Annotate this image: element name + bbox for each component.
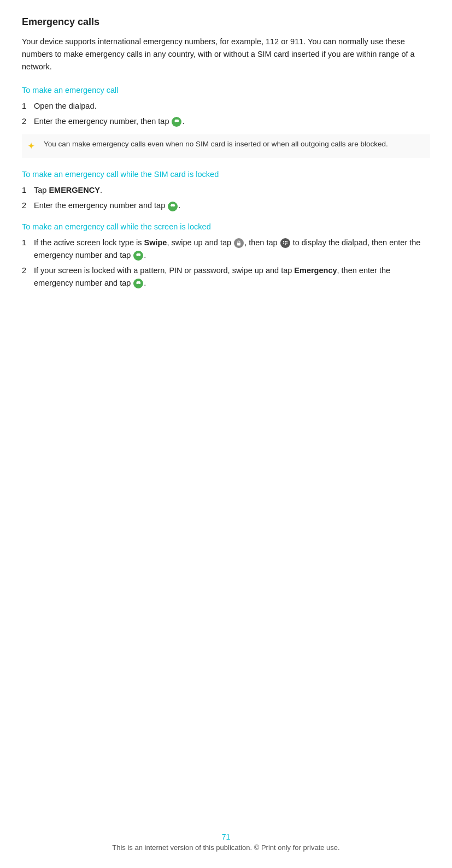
- list-item: 2 Enter the emergency number and tap .: [22, 199, 430, 212]
- footer-note: This is an internet version of this publ…: [112, 843, 339, 852]
- step-number: 1: [22, 237, 34, 249]
- step-number: 1: [22, 100, 34, 113]
- steps-list-1: 1 Open the dialpad. 2 Enter the emergenc…: [22, 100, 430, 128]
- step-text: If the active screen lock type is Swipe,…: [34, 237, 430, 262]
- page-number: 71: [0, 832, 452, 841]
- bold-word: EMERGENCY: [49, 186, 99, 194]
- svg-rect-6: [286, 243, 287, 244]
- swipe-label: Swipe: [144, 238, 167, 247]
- section-heading-3: To make an emergency call while the scre…: [22, 222, 430, 231]
- intro-text: Your device supports international emerg…: [22, 36, 430, 74]
- svg-rect-4: [283, 243, 284, 244]
- step-text: Open the dialpad.: [34, 100, 430, 113]
- page-content: Emergency calls Your device supports int…: [0, 0, 452, 339]
- list-item: 1 If the active screen lock type is Swip…: [22, 237, 430, 262]
- list-item: 2 Enter the emergency number, then tap .: [22, 115, 430, 128]
- section-sim-locked: To make an emergency call while the SIM …: [22, 170, 430, 212]
- step-number: 2: [22, 115, 34, 128]
- step-text: Tap EMERGENCY.: [34, 184, 430, 197]
- step-number: 2: [22, 199, 34, 212]
- section-heading-1: To make an emergency call: [22, 86, 430, 95]
- list-item: 1 Tap EMERGENCY.: [22, 184, 430, 197]
- call-icon: [133, 251, 143, 261]
- list-item: 2 If your screen is locked with a patter…: [22, 264, 430, 290]
- steps-list-2: 1 Tap EMERGENCY. 2 Enter the emergency n…: [22, 184, 430, 212]
- step-number: 1: [22, 184, 34, 197]
- step-text: If your screen is locked with a pattern,…: [34, 264, 430, 290]
- svg-rect-0: [237, 243, 240, 245]
- section-screen-locked: To make an emergency call while the scre…: [22, 222, 430, 290]
- svg-rect-5: [285, 243, 286, 244]
- svg-rect-1: [283, 241, 284, 242]
- section-heading-2: To make an emergency call while the SIM …: [22, 170, 430, 179]
- dialpad-icon: [280, 238, 290, 248]
- step-text: Enter the emergency number and tap .: [34, 199, 430, 212]
- svg-rect-2: [285, 241, 286, 242]
- svg-rect-3: [286, 241, 287, 242]
- section-emergency-call: To make an emergency call 1 Open the dia…: [22, 86, 430, 158]
- call-icon: [168, 202, 178, 211]
- tip-text: You can make emergency calls even when n…: [44, 139, 388, 150]
- steps-list-3: 1 If the active screen lock type is Swip…: [22, 237, 430, 290]
- tip-box: ✦ You can make emergency calls even when…: [22, 134, 430, 158]
- emergency-label: Emergency: [294, 266, 337, 275]
- tip-icon: ✦: [27, 139, 40, 153]
- lock-icon: [234, 238, 244, 248]
- call-icon: [172, 117, 181, 127]
- svg-rect-7: [285, 244, 286, 245]
- page-title: Emergency calls: [22, 16, 430, 28]
- page-footer: 71 This is an internet version of this p…: [0, 832, 452, 852]
- list-item: 1 Open the dialpad.: [22, 100, 430, 113]
- step-number: 2: [22, 264, 34, 277]
- call-icon: [133, 279, 143, 288]
- step-text: Enter the emergency number, then tap .: [34, 115, 430, 128]
